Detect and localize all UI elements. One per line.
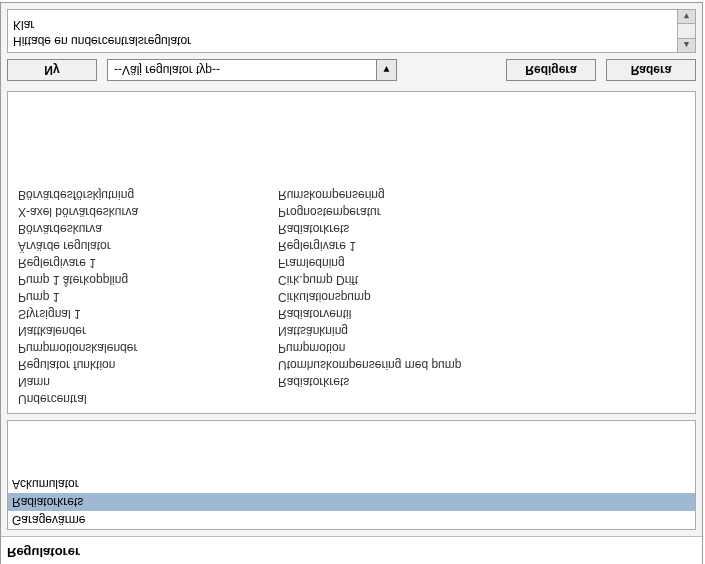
detail-value: Prognostemperatur [278, 203, 685, 220]
detail-value: Cirkulationspump [278, 288, 685, 305]
regulator-window: Regulatorer GaragevärmeRadiatorkretsAcku… [0, 2, 703, 564]
detail-row: Regulator funktionUtomhuskompensering me… [18, 356, 685, 373]
list-item[interactable]: Ackumulator [8, 475, 695, 493]
detail-label: Reglergivare 1 [18, 254, 278, 271]
detail-label: Pump 1 [18, 288, 278, 305]
detail-row: Ärvärde regulatorReglergivare 1 [18, 237, 685, 254]
detail-row: BörvärdesförskjutningRumskompensering [18, 186, 685, 203]
detail-row: Pump 1 återkopplingCirk.pump Drift [18, 271, 685, 288]
detail-row: Pump 1Cirkulationspump [18, 288, 685, 305]
detail-header: Undercentral [18, 390, 278, 407]
detail-label: Pumpmotionskalender [18, 339, 278, 356]
detail-label: Nattkalender [18, 322, 278, 339]
detail-row: NattkalenderNattsänkning [18, 322, 685, 339]
detail-label: Börvärdeskurva [18, 220, 278, 237]
edit-button[interactable]: Redigera [506, 59, 596, 81]
regulator-detail: Undercentral NamnRadiatorkretsRegulator … [7, 91, 696, 414]
detail-value: Utomhuskompensering med pump [278, 356, 685, 373]
detail-value: Rumskompensering [278, 186, 685, 203]
regulator-type-select[interactable]: --Välj regulator typ-- ▼ [107, 59, 397, 81]
detail-label: Styrsignal 1 [18, 305, 278, 322]
status-line-1: Hittade en undercentralsregulator [13, 33, 672, 49]
status-area: Hittade en undercentralsregulator Klar ▲… [7, 9, 696, 53]
detail-label: X-axel börvärdeskurva [18, 203, 278, 220]
detail-value: Framledning [278, 254, 685, 271]
list-item[interactable]: Garagevärme [8, 511, 695, 529]
detail-value: Reglergivare 1 [278, 237, 685, 254]
status-text: Hittade en undercentralsregulator Klar [7, 9, 678, 53]
detail-value: Radiatorkrets [278, 220, 685, 237]
new-button[interactable]: Ny [7, 59, 97, 81]
scroll-up-icon[interactable]: ▲ [678, 38, 695, 52]
regulator-list[interactable]: GaragevärmeRadiatorkretsAckumulator [7, 420, 696, 530]
page-title: Regulatorer [1, 536, 702, 564]
detail-row: BörvärdeskurvaRadiatorkrets [18, 220, 685, 237]
chevron-down-icon: ▼ [376, 60, 396, 80]
detail-value: Radiatorventil [278, 305, 685, 322]
detail-value: Nattsänkning [278, 322, 685, 339]
detail-label: Börvärdesförskjutning [18, 186, 278, 203]
scroll-down-icon[interactable]: ▼ [678, 10, 695, 24]
toolbar: Ny --Välj regulator typ-- ▼ Redigera Rad… [1, 53, 702, 85]
detail-label: Namn [18, 373, 278, 390]
detail-label: Ärvärde regulator [18, 237, 278, 254]
detail-value: Pumpmotion [278, 339, 685, 356]
detail-row: Reglergivare 1Framledning [18, 254, 685, 271]
delete-button[interactable]: Radera [606, 59, 696, 81]
list-item[interactable]: Radiatorkrets [8, 493, 695, 511]
detail-row: Styrsignal 1Radiatorventil [18, 305, 685, 322]
detail-rows-container: NamnRadiatorkretsRegulator funktionUtomh… [18, 186, 685, 390]
detail-row: NamnRadiatorkrets [18, 373, 685, 390]
detail-value: Cirk.pump Drift [278, 271, 685, 288]
select-value: --Välj regulator typ-- [108, 63, 376, 77]
detail-value: Radiatorkrets [278, 373, 685, 390]
detail-label: Regulator funktion [18, 356, 278, 373]
status-scrollbar[interactable]: ▲ ▼ [678, 9, 696, 53]
detail-label: Pump 1 återkoppling [18, 271, 278, 288]
status-line-2: Klar [13, 17, 672, 33]
detail-row: PumpmotionskalenderPumpmotion [18, 339, 685, 356]
detail-row: X-axel börvärdeskurvaPrognostemperatur [18, 203, 685, 220]
